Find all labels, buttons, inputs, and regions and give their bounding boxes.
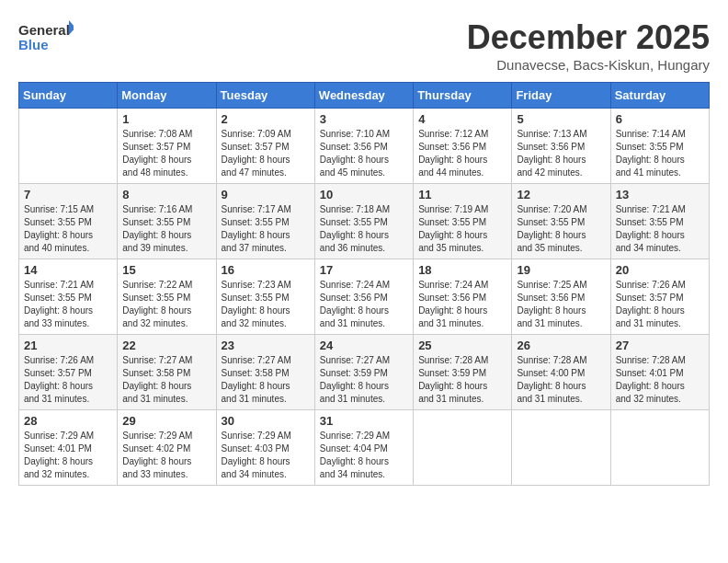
day-info: Sunrise: 7:24 AM Sunset: 3:56 PM Dayligh… (320, 279, 408, 330)
calendar-cell: 28Sunrise: 7:29 AM Sunset: 4:01 PM Dayli… (19, 410, 118, 486)
day-info: Sunrise: 7:25 AM Sunset: 3:56 PM Dayligh… (517, 279, 605, 330)
calendar-cell: 24Sunrise: 7:27 AM Sunset: 3:59 PM Dayli… (314, 335, 413, 410)
day-info: Sunrise: 7:23 AM Sunset: 3:55 PM Dayligh… (222, 279, 310, 330)
day-info: Sunrise: 7:29 AM Sunset: 4:04 PM Dayligh… (320, 430, 408, 481)
day-info: Sunrise: 7:21 AM Sunset: 3:55 PM Dayligh… (616, 203, 704, 255)
location-title: Dunavecse, Bacs-Kiskun, Hungary (467, 57, 710, 73)
calendar-cell (512, 410, 610, 486)
day-info: Sunrise: 7:08 AM Sunset: 3:57 PM Dayligh… (122, 128, 210, 179)
calendar-week-row: 7Sunrise: 7:15 AM Sunset: 3:55 PM Daylig… (19, 184, 710, 259)
svg-marker-2 (69, 20, 74, 35)
day-number: 5 (517, 112, 605, 126)
weekday-header-wednesday: Wednesday (314, 83, 413, 109)
calendar-cell: 10Sunrise: 7:18 AM Sunset: 3:55 PM Dayli… (314, 184, 413, 259)
day-info: Sunrise: 7:28 AM Sunset: 4:01 PM Dayligh… (616, 354, 704, 406)
day-number: 16 (222, 263, 310, 277)
calendar-cell: 1Sunrise: 7:08 AM Sunset: 3:57 PM Daylig… (118, 109, 216, 184)
calendar-cell (19, 109, 118, 184)
day-number: 2 (222, 112, 310, 126)
day-number: 25 (418, 339, 506, 352)
calendar-cell: 23Sunrise: 7:27 AM Sunset: 3:58 PM Dayli… (216, 335, 314, 410)
day-info: Sunrise: 7:29 AM Sunset: 4:01 PM Dayligh… (24, 430, 112, 481)
page-header: General Blue December 2025 Dunavecse, Ba… (18, 18, 710, 73)
day-number: 7 (24, 188, 112, 201)
calendar-cell: 5Sunrise: 7:13 AM Sunset: 3:56 PM Daylig… (512, 109, 610, 184)
day-number: 17 (320, 263, 408, 277)
day-number: 28 (24, 414, 112, 428)
day-number: 3 (320, 112, 408, 126)
logo: General Blue (18, 18, 74, 55)
day-number: 22 (122, 339, 210, 352)
day-number: 12 (517, 188, 605, 201)
day-info: Sunrise: 7:19 AM Sunset: 3:55 PM Dayligh… (418, 203, 506, 255)
day-info: Sunrise: 7:27 AM Sunset: 3:58 PM Dayligh… (222, 354, 310, 406)
day-info: Sunrise: 7:28 AM Sunset: 4:00 PM Dayligh… (517, 354, 605, 406)
day-info: Sunrise: 7:27 AM Sunset: 3:59 PM Dayligh… (320, 354, 408, 406)
weekday-header-saturday: Saturday (610, 83, 709, 109)
calendar-cell: 20Sunrise: 7:26 AM Sunset: 3:57 PM Dayli… (610, 259, 709, 335)
day-info: Sunrise: 7:12 AM Sunset: 3:56 PM Dayligh… (418, 128, 506, 179)
day-number: 29 (122, 414, 210, 428)
day-info: Sunrise: 7:21 AM Sunset: 3:55 PM Dayligh… (24, 279, 112, 330)
calendar-cell: 21Sunrise: 7:26 AM Sunset: 3:57 PM Dayli… (19, 335, 118, 410)
day-number: 19 (517, 263, 605, 277)
weekday-header-tuesday: Tuesday (216, 83, 314, 109)
day-info: Sunrise: 7:16 AM Sunset: 3:55 PM Dayligh… (122, 203, 210, 255)
day-info: Sunrise: 7:24 AM Sunset: 3:56 PM Dayligh… (418, 279, 506, 330)
day-info: Sunrise: 7:22 AM Sunset: 3:55 PM Dayligh… (122, 279, 210, 330)
day-number: 10 (320, 188, 408, 201)
weekday-header-thursday: Thursday (414, 83, 512, 109)
calendar-cell: 19Sunrise: 7:25 AM Sunset: 3:56 PM Dayli… (512, 259, 610, 335)
calendar-cell: 30Sunrise: 7:29 AM Sunset: 4:03 PM Dayli… (216, 410, 314, 486)
calendar-cell: 12Sunrise: 7:20 AM Sunset: 3:55 PM Dayli… (512, 184, 610, 259)
day-number: 11 (418, 188, 506, 201)
weekday-header-monday: Monday (118, 83, 216, 109)
calendar-week-row: 28Sunrise: 7:29 AM Sunset: 4:01 PM Dayli… (19, 410, 710, 486)
weekday-header-row: SundayMondayTuesdayWednesdayThursdayFrid… (19, 83, 710, 109)
calendar-cell: 29Sunrise: 7:29 AM Sunset: 4:02 PM Dayli… (118, 410, 216, 486)
weekday-header-friday: Friday (512, 83, 610, 109)
calendar-cell: 16Sunrise: 7:23 AM Sunset: 3:55 PM Dayli… (216, 259, 314, 335)
calendar-table: SundayMondayTuesdayWednesdayThursdayFrid… (18, 82, 710, 486)
day-info: Sunrise: 7:28 AM Sunset: 3:59 PM Dayligh… (418, 354, 506, 406)
day-info: Sunrise: 7:20 AM Sunset: 3:55 PM Dayligh… (517, 203, 605, 255)
calendar-cell: 22Sunrise: 7:27 AM Sunset: 3:58 PM Dayli… (118, 335, 216, 410)
day-number: 30 (222, 414, 310, 428)
month-title: December 2025 (467, 18, 710, 57)
calendar-week-row: 1Sunrise: 7:08 AM Sunset: 3:57 PM Daylig… (19, 109, 710, 184)
day-number: 4 (418, 112, 506, 126)
logo-svg: General Blue (18, 18, 74, 55)
day-number: 1 (122, 112, 210, 126)
svg-text:Blue: Blue (18, 37, 49, 52)
svg-text:General: General (18, 22, 70, 38)
day-number: 26 (517, 339, 605, 352)
title-block: December 2025 Dunavecse, Bacs-Kiskun, Hu… (467, 18, 710, 73)
day-info: Sunrise: 7:15 AM Sunset: 3:55 PM Dayligh… (24, 203, 112, 255)
calendar-cell: 2Sunrise: 7:09 AM Sunset: 3:57 PM Daylig… (216, 109, 314, 184)
calendar-cell: 26Sunrise: 7:28 AM Sunset: 4:00 PM Dayli… (512, 335, 610, 410)
calendar-cell: 27Sunrise: 7:28 AM Sunset: 4:01 PM Dayli… (610, 335, 709, 410)
day-number: 14 (24, 263, 112, 277)
calendar-week-row: 21Sunrise: 7:26 AM Sunset: 3:57 PM Dayli… (19, 335, 710, 410)
day-number: 18 (418, 263, 506, 277)
day-number: 6 (616, 112, 704, 126)
calendar-cell: 9Sunrise: 7:17 AM Sunset: 3:55 PM Daylig… (216, 184, 314, 259)
day-info: Sunrise: 7:10 AM Sunset: 3:56 PM Dayligh… (320, 128, 408, 179)
day-info: Sunrise: 7:14 AM Sunset: 3:55 PM Dayligh… (616, 128, 704, 179)
day-number: 27 (616, 339, 704, 352)
calendar-cell: 17Sunrise: 7:24 AM Sunset: 3:56 PM Dayli… (314, 259, 413, 335)
day-number: 15 (122, 263, 210, 277)
calendar-cell: 4Sunrise: 7:12 AM Sunset: 3:56 PM Daylig… (414, 109, 512, 184)
day-number: 13 (616, 188, 704, 201)
calendar-cell: 3Sunrise: 7:10 AM Sunset: 3:56 PM Daylig… (314, 109, 413, 184)
calendar-cell: 11Sunrise: 7:19 AM Sunset: 3:55 PM Dayli… (414, 184, 512, 259)
day-number: 21 (24, 339, 112, 352)
calendar-cell: 7Sunrise: 7:15 AM Sunset: 3:55 PM Daylig… (19, 184, 118, 259)
day-info: Sunrise: 7:09 AM Sunset: 3:57 PM Dayligh… (222, 128, 310, 179)
day-info: Sunrise: 7:26 AM Sunset: 3:57 PM Dayligh… (24, 354, 112, 406)
day-number: 8 (122, 188, 210, 201)
day-info: Sunrise: 7:29 AM Sunset: 4:03 PM Dayligh… (222, 430, 310, 481)
weekday-header-sunday: Sunday (19, 83, 118, 109)
calendar-cell: 13Sunrise: 7:21 AM Sunset: 3:55 PM Dayli… (610, 184, 709, 259)
day-number: 20 (616, 263, 704, 277)
